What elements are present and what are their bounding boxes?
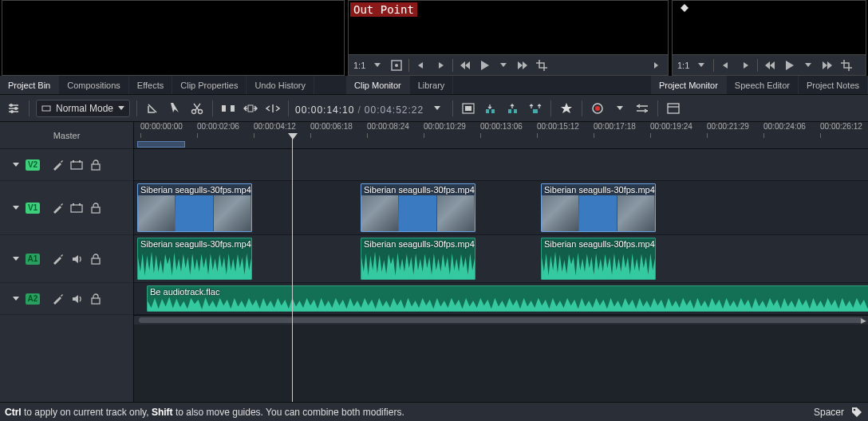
preview-toggle-icon[interactable] xyxy=(633,100,651,117)
visibility-icon[interactable] xyxy=(70,202,83,214)
spacer-tool-icon[interactable] xyxy=(219,100,237,117)
track-label-v1[interactable]: V1 xyxy=(26,203,40,214)
track-label-a2[interactable]: A2 xyxy=(26,293,40,305)
lock-icon[interactable] xyxy=(89,202,102,214)
record-dropdown-icon[interactable] xyxy=(611,100,629,117)
timecode-display[interactable]: 00:00:14:10/00:04:52:22 xyxy=(295,100,424,116)
forward-icon-2[interactable] xyxy=(820,58,834,73)
lane-v2[interactable] xyxy=(134,149,868,181)
audio-clip-1[interactable]: Siberian seagulls-30fps.mp4 xyxy=(137,238,252,280)
ripple-tool-icon[interactable] xyxy=(264,100,282,117)
lift-zone-icon[interactable] xyxy=(527,100,544,117)
video-clip-2[interactable]: ⟷ Siberian seagulls-30fps.mp4 xyxy=(361,183,475,232)
tab-clip-properties[interactable]: Clip Properties xyxy=(172,76,247,94)
timeline-scrollbar[interactable]: ▶ xyxy=(134,315,868,325)
visibility-icon[interactable] xyxy=(70,159,83,171)
play-icon-2[interactable] xyxy=(782,58,796,73)
lock-icon[interactable] xyxy=(89,159,102,171)
timeline-ruler[interactable]: 00:00:00:0000:00:02:0600:00:04:1200:00:0… xyxy=(134,122,868,149)
track-header-v1[interactable]: V1 xyxy=(0,181,133,235)
tab-undo-history[interactable]: Undo History xyxy=(247,76,314,94)
crop-icon-2[interactable] xyxy=(839,58,854,73)
tab-effects[interactable]: Effects xyxy=(129,76,172,94)
lane-a1[interactable]: Siberian seagulls-30fps.mp4 Siberian sea… xyxy=(134,235,868,283)
extract-zone-icon[interactable] xyxy=(504,100,522,117)
track-label-v2[interactable]: V2 xyxy=(26,159,40,171)
video-clip-3[interactable]: Siberian seagulls-30fps.mp4 xyxy=(541,183,656,232)
scrollbar-thumb[interactable] xyxy=(139,317,863,323)
collapse-icon[interactable] xyxy=(11,163,21,167)
track-compositing-icon[interactable] xyxy=(144,100,161,117)
collapse-icon[interactable] xyxy=(11,297,21,301)
collapse-icon[interactable] xyxy=(11,257,21,261)
track-header-v2[interactable]: V2 xyxy=(0,149,133,181)
audio-clip-3[interactable]: Siberian seagulls-30fps.mp4 xyxy=(541,238,656,280)
settings-icon[interactable] xyxy=(5,100,22,117)
out-point-icon[interactable] xyxy=(433,58,448,73)
zoom-dropdown-icon-2[interactable] xyxy=(694,58,708,73)
clip-title: Siberian seagulls-30fps.mp4 xyxy=(364,185,475,195)
monitor-more-icon[interactable] xyxy=(649,58,663,73)
ruler-tick: 00:00:04:12 xyxy=(254,122,296,131)
tab-compositions[interactable]: Compositions xyxy=(59,76,129,94)
in-point-icon[interactable] xyxy=(414,58,428,73)
rewind-icon-2[interactable] xyxy=(763,58,777,73)
track-header-a1[interactable]: A1 xyxy=(0,235,133,283)
overwrite-zone-icon[interactable] xyxy=(482,100,499,117)
razor-tool-icon[interactable] xyxy=(188,100,206,117)
lane-a2[interactable]: Be audiotrack.flac xyxy=(134,283,868,315)
tag-icon[interactable] xyxy=(850,406,863,419)
view-mode-icon[interactable] xyxy=(665,100,682,117)
play-dropdown-icon-2[interactable] xyxy=(801,58,815,73)
record-icon[interactable] xyxy=(589,100,606,117)
effects-icon[interactable] xyxy=(51,159,64,171)
waveform xyxy=(148,296,868,311)
track-header-a2[interactable]: A2 xyxy=(0,283,133,315)
tab-project-bin[interactable]: Project Bin xyxy=(0,76,59,94)
tab-library[interactable]: Library xyxy=(410,76,454,94)
playhead[interactable] xyxy=(292,138,293,402)
slip-tool-icon[interactable] xyxy=(242,100,259,117)
zoom-dropdown-icon[interactable] xyxy=(370,58,385,73)
lane-v1[interactable]: Siberian seagulls-30fps.mp4 ⟷ Siberian s… xyxy=(134,181,868,235)
tab-speech-editor[interactable]: Speech Editor xyxy=(727,76,799,94)
effects-icon[interactable] xyxy=(51,253,64,266)
play-icon[interactable] xyxy=(477,58,491,73)
rewind-icon[interactable] xyxy=(458,58,472,73)
crop-icon[interactable] xyxy=(535,58,549,73)
timeline-body[interactable]: 00:00:00:0000:00:02:0600:00:04:1200:00:0… xyxy=(134,122,868,402)
out-point-badge: Out Point xyxy=(350,2,417,17)
svg-rect-5 xyxy=(42,106,50,111)
tab-project-monitor[interactable]: Project Monitor xyxy=(651,76,727,94)
insert-zone-icon[interactable] xyxy=(460,100,477,117)
mute-icon[interactable] xyxy=(70,253,83,266)
favorite-icon[interactable] xyxy=(558,100,575,117)
zone-bar[interactable] xyxy=(137,141,185,148)
lock-icon[interactable] xyxy=(89,293,102,305)
video-clip-1[interactable]: Siberian seagulls-30fps.mp4 xyxy=(137,183,252,232)
out-point-icon-2[interactable] xyxy=(738,58,752,73)
svg-point-6 xyxy=(192,109,196,113)
selection-tool-icon[interactable] xyxy=(166,100,183,117)
lock-icon[interactable] xyxy=(89,253,102,266)
status-mode: Spacer xyxy=(814,407,844,418)
audio-clip-2[interactable]: Siberian seagulls-30fps.mp4 xyxy=(361,238,475,280)
audio-clip-a2[interactable]: Be audiotrack.flac xyxy=(147,285,868,312)
play-dropdown-icon[interactable] xyxy=(496,58,511,73)
in-point-icon-2[interactable] xyxy=(719,58,733,73)
tab-project-notes[interactable]: Project Notes xyxy=(799,76,868,94)
effects-icon[interactable] xyxy=(51,202,64,214)
edit-mode-select[interactable]: Normal Mode xyxy=(36,100,130,117)
timecode-dropdown-icon[interactable] xyxy=(428,100,446,117)
forward-icon[interactable] xyxy=(515,58,530,73)
ruler-tick: 00:00:24:06 xyxy=(763,122,806,131)
effects-icon[interactable] xyxy=(51,293,64,305)
collapse-icon[interactable] xyxy=(11,206,21,210)
clip-title: Siberian seagulls-30fps.mp4 xyxy=(140,239,251,249)
scroll-right-icon[interactable]: ▶ xyxy=(858,316,868,325)
mute-icon[interactable] xyxy=(70,293,83,305)
svg-rect-8 xyxy=(222,105,226,112)
tab-clip-monitor[interactable]: Clip Monitor xyxy=(346,76,410,94)
fit-icon[interactable] xyxy=(389,58,404,73)
track-label-a1[interactable]: A1 xyxy=(26,254,40,265)
